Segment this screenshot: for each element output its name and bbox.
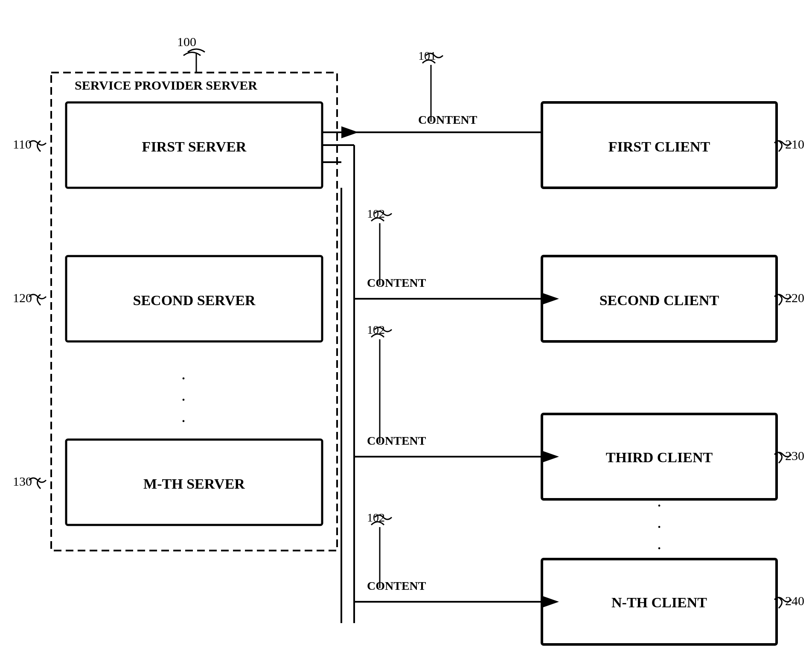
client-dots-3: · bbox=[657, 539, 661, 558]
third-client-text: THIRD CLIENT bbox=[606, 449, 713, 465]
ref-220: 220 bbox=[785, 291, 804, 305]
tilde-100 bbox=[188, 49, 205, 52]
content-102-3-label: CONTENT bbox=[367, 579, 426, 592]
first-server-text: FIRST SERVER bbox=[142, 139, 247, 154]
content-102-1-label: CONTENT bbox=[367, 276, 426, 289]
ref-102-3: 102 bbox=[367, 511, 385, 524]
ref-102-2: 102 bbox=[367, 323, 385, 336]
ref-240: 240 bbox=[785, 594, 804, 608]
ref-102-1: 102 bbox=[367, 207, 385, 220]
ref-230: 230 bbox=[785, 449, 804, 463]
ref-130: 130 bbox=[13, 474, 32, 488]
ref-100: 100 bbox=[177, 35, 196, 49]
content-101-label: CONTENT bbox=[418, 113, 477, 126]
diagram-svg: SERVICE PROVIDER SERVER FIRST SERVER SEC… bbox=[0, 0, 812, 647]
diagram-container: SERVICE PROVIDER SERVER FIRST SERVER SEC… bbox=[0, 0, 812, 647]
server-dots-2: · bbox=[181, 390, 186, 409]
nth-client-text: N-TH CLIENT bbox=[611, 595, 707, 610]
server-dots-3: · bbox=[181, 411, 186, 431]
ref-120: 120 bbox=[13, 291, 32, 305]
first-client-text: FIRST CLIENT bbox=[608, 139, 710, 154]
ref-210: 210 bbox=[785, 137, 804, 151]
second-client-text: SECOND CLIENT bbox=[600, 292, 719, 308]
server-dots: · bbox=[181, 369, 186, 388]
content-102-2-label: CONTENT bbox=[367, 434, 426, 447]
second-server-text: SECOND SERVER bbox=[133, 292, 256, 308]
service-provider-label: SERVICE PROVIDER SERVER bbox=[75, 78, 257, 92]
ref-101: 101 bbox=[418, 49, 436, 62]
client-dots: · bbox=[657, 496, 661, 515]
ref-110: 110 bbox=[13, 137, 32, 151]
ref-100-bracket bbox=[183, 52, 201, 56]
mth-server-text: M-TH SERVER bbox=[143, 476, 245, 492]
client-dots-2: · bbox=[657, 517, 661, 536]
